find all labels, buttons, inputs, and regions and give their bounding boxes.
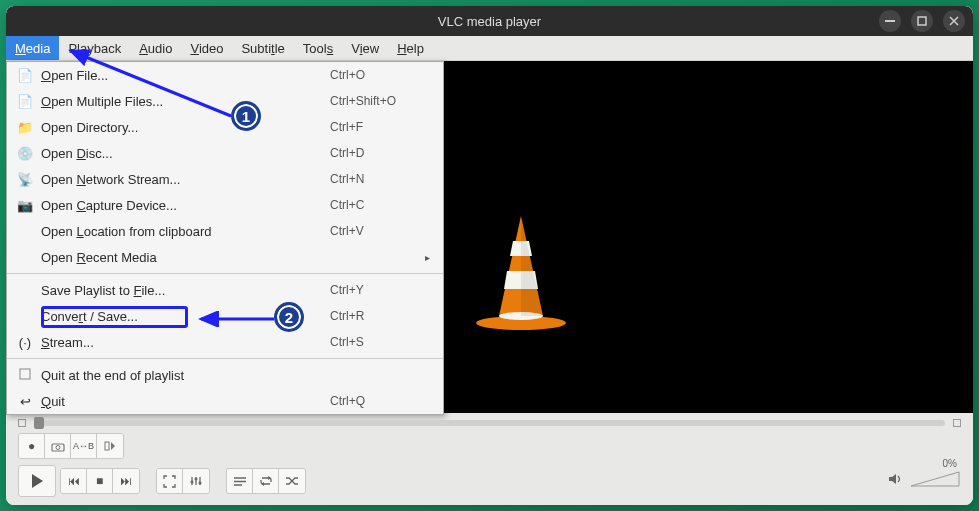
capture-icon: 📷 <box>13 198 37 213</box>
network-icon: 📡 <box>13 172 37 187</box>
frame-step-button[interactable] <box>97 434 123 458</box>
window-controls <box>879 10 965 32</box>
minimize-button[interactable] <box>879 10 901 32</box>
menuitem-open-clipboard[interactable]: Open Location from clipboard Ctrl+V <box>7 218 443 244</box>
playlist-button[interactable] <box>227 469 253 493</box>
close-button[interactable] <box>943 10 965 32</box>
controls-panel: ● A↔B ⏮ ■ ⏭ <box>6 413 973 505</box>
svg-rect-9 <box>105 442 109 450</box>
atob-loop-button[interactable]: A↔B <box>71 434 97 458</box>
menu-video[interactable]: Video <box>181 36 232 60</box>
svg-point-8 <box>56 445 60 449</box>
next-button[interactable]: ⏭ <box>113 469 139 493</box>
annotation-box <box>41 306 188 328</box>
video-area: 📄 Open File... Ctrl+O 📄 Open Multiple Fi… <box>6 61 973 413</box>
checkbox-icon <box>13 368 37 383</box>
svg-point-10 <box>190 481 193 484</box>
file-icon: 📄 <box>13 94 37 109</box>
menu-view[interactable]: View <box>342 36 388 60</box>
svg-rect-1 <box>918 17 926 25</box>
menuitem-open-recent[interactable]: Open Recent Media ▸ <box>7 244 443 270</box>
loop-button[interactable] <box>253 469 279 493</box>
shortcut: Ctrl+V <box>330 224 425 238</box>
shortcut: Ctrl+D <box>330 146 425 160</box>
seek-track[interactable] <box>34 420 945 426</box>
fullscreen-button[interactable] <box>157 469 183 493</box>
shortcut: Ctrl+N <box>330 172 425 186</box>
seek-bar[interactable] <box>18 419 961 427</box>
play-button[interactable] <box>18 465 56 497</box>
volume-slider[interactable] <box>909 468 961 490</box>
separator <box>7 358 443 359</box>
shuffle-button[interactable] <box>279 469 305 493</box>
shortcut: Ctrl+S <box>330 335 425 349</box>
maximize-button[interactable] <box>911 10 933 32</box>
disc-icon: 💿 <box>13 146 37 161</box>
quit-icon: ↩ <box>13 394 37 409</box>
app-window: VLC media player Media Playback Audio Vi… <box>6 6 973 505</box>
stop-button[interactable]: ■ <box>87 469 113 493</box>
menu-media[interactable]: Media <box>6 36 59 60</box>
menuitem-open-capture[interactable]: 📷 Open Capture Device... Ctrl+C <box>7 192 443 218</box>
menuitem-quit[interactable]: ↩ Quit Ctrl+Q <box>7 388 443 414</box>
menuitem-stream[interactable]: (∙) Stream... Ctrl+S <box>7 329 443 355</box>
menuitem-save-playlist[interactable]: Save Playlist to File... Ctrl+Y <box>7 277 443 303</box>
menu-help[interactable]: Help <box>388 36 433 60</box>
ext-settings-button[interactable] <box>183 469 209 493</box>
menuitem-open-multiple[interactable]: 📄 Open Multiple Files... Ctrl+Shift+O <box>7 88 443 114</box>
previous-button[interactable]: ⏮ <box>61 469 87 493</box>
shortcut: Ctrl+R <box>330 309 425 323</box>
shortcut: Ctrl+F <box>330 120 425 134</box>
menuitem-quit-end[interactable]: Quit at the end of playlist <box>7 362 443 388</box>
menu-subtitle[interactable]: Subtitle <box>232 36 293 60</box>
svg-point-11 <box>194 478 197 481</box>
shortcut: Ctrl+C <box>330 198 425 212</box>
menuitem-open-network[interactable]: 📡 Open Network Stream... Ctrl+N <box>7 166 443 192</box>
seek-start-icon <box>18 419 26 427</box>
submenu-arrow-icon: ▸ <box>425 252 443 263</box>
menu-tools[interactable]: Tools <box>294 36 342 60</box>
menuitem-open-file[interactable]: 📄 Open File... Ctrl+O <box>7 62 443 88</box>
svg-rect-2 <box>20 369 30 379</box>
record-button[interactable]: ● <box>19 434 45 458</box>
seek-end-icon <box>953 419 961 427</box>
titlebar: VLC media player <box>6 6 973 36</box>
media-dropdown: 📄 Open File... Ctrl+O 📄 Open Multiple Fi… <box>6 61 444 415</box>
menubar: Media Playback Audio Video Subtitle Tool… <box>6 36 973 61</box>
shortcut: Ctrl+Y <box>330 283 425 297</box>
window-title: VLC media player <box>438 14 541 29</box>
svg-point-12 <box>198 482 201 485</box>
shortcut: Ctrl+Shift+O <box>330 94 425 108</box>
menuitem-open-disc[interactable]: 💿 Open Disc... Ctrl+D <box>7 140 443 166</box>
menu-audio[interactable]: Audio <box>130 36 181 60</box>
seek-handle[interactable] <box>34 417 44 429</box>
shortcut: Ctrl+O <box>330 68 425 82</box>
folder-icon: 📁 <box>13 120 37 135</box>
separator <box>7 273 443 274</box>
vlc-logo-icon <box>466 211 576 331</box>
menu-playback[interactable]: Playback <box>59 36 130 60</box>
svg-rect-0 <box>885 20 895 22</box>
menuitem-open-directory[interactable]: 📁 Open Directory... Ctrl+F <box>7 114 443 140</box>
speaker-icon <box>887 472 903 490</box>
volume-control[interactable]: 0% <box>887 468 961 494</box>
stream-icon: (∙) <box>13 335 37 350</box>
file-icon: 📄 <box>13 68 37 83</box>
snapshot-button[interactable] <box>45 434 71 458</box>
shortcut: Ctrl+Q <box>330 394 425 408</box>
record-group: ● A↔B <box>18 433 124 459</box>
